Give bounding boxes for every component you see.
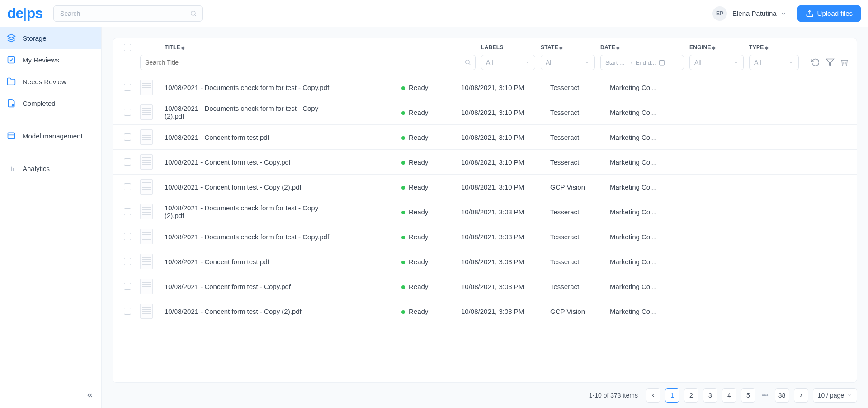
review-icon: [6, 55, 16, 65]
row-engine: Tesseract: [550, 233, 604, 241]
row-type: Marketing Co...: [610, 308, 660, 315]
page-3-button[interactable]: 3: [703, 388, 717, 403]
collapse-sidebar-button[interactable]: [86, 391, 94, 401]
sidebar-item-model-management[interactable]: Model management: [0, 125, 101, 147]
row-date: 10/08/2021, 3:03 PM: [461, 208, 545, 216]
row-engine: Tesseract: [550, 109, 604, 116]
table-row[interactable]: 10/08/2021 - Documents check form for te…: [113, 75, 857, 100]
delete-button[interactable]: [840, 57, 849, 67]
status-dot-icon: [401, 86, 405, 90]
row-checkbox[interactable]: [124, 308, 131, 315]
row-type: Marketing Co...: [610, 233, 660, 241]
table-row[interactable]: 10/08/2021 - Concent form test - Copy (2…: [113, 299, 857, 323]
column-header-state[interactable]: STATE◆: [541, 44, 595, 51]
document-thumbnail: [140, 104, 153, 120]
status-dot-icon: [401, 310, 405, 314]
row-title: 10/08/2021 - Documents check form for te…: [165, 233, 336, 241]
table-row[interactable]: 10/08/2021 - Concent form test - Copy (2…: [113, 174, 857, 199]
column-header-title[interactable]: TITLE◆: [165, 44, 476, 51]
reset-filters-button[interactable]: [811, 57, 821, 67]
filter-labels-select[interactable]: All: [481, 55, 535, 70]
page-next-button[interactable]: [794, 388, 808, 403]
column-header-date[interactable]: DATE◆: [600, 44, 684, 51]
row-date: 10/08/2021, 3:10 PM: [461, 158, 545, 166]
filter-state-select[interactable]: All: [541, 55, 595, 70]
status-dot-icon: [401, 285, 405, 289]
page-5-button[interactable]: 5: [741, 388, 755, 403]
row-title: 10/08/2021 - Documents check form for te…: [165, 204, 336, 219]
status-dot-icon: [401, 111, 405, 115]
column-header-labels[interactable]: LABELS: [481, 44, 535, 51]
avatar[interactable]: EP: [712, 6, 727, 21]
column-header-type[interactable]: TYPE◆: [749, 44, 799, 51]
logo[interactable]: de|ps: [7, 5, 42, 22]
table-row[interactable]: 10/08/2021 - Concent form test - Copy.pd…: [113, 274, 857, 299]
row-state: Ready: [401, 84, 456, 91]
sidebar-item-analytics[interactable]: Analytics: [0, 157, 101, 179]
status-dot-icon: [401, 236, 405, 239]
sidebar-item-storage[interactable]: Storage: [0, 27, 101, 49]
sidebar-item-needs-review[interactable]: Needs Review: [0, 71, 101, 92]
table-row[interactable]: 10/08/2021 - Documents check form for te…: [113, 224, 857, 249]
row-engine: Tesseract: [550, 283, 604, 290]
row-checkbox[interactable]: [124, 183, 131, 190]
status-dot-icon: [401, 186, 405, 190]
row-type: Marketing Co...: [610, 183, 660, 191]
filter-title-input[interactable]: [140, 55, 476, 70]
topbar: de|ps EP Elena Patutina Upload files: [0, 0, 868, 27]
page-2-button[interactable]: 2: [684, 388, 698, 403]
row-engine: GCP Vision: [550, 308, 604, 315]
row-title: 10/08/2021 - Concent form test.pdf: [165, 258, 336, 266]
row-checkbox[interactable]: [124, 283, 131, 290]
row-checkbox[interactable]: [124, 258, 131, 265]
table-row[interactable]: 10/08/2021 - Concent form test.pdf Ready…: [113, 249, 857, 274]
row-date: 10/08/2021, 3:03 PM: [461, 233, 545, 241]
sidebar-item-label: My Reviews: [23, 56, 59, 64]
row-title: 10/08/2021 - Concent form test - Copy.pd…: [165, 158, 336, 166]
row-checkbox[interactable]: [124, 158, 131, 166]
row-checkbox[interactable]: [124, 233, 131, 240]
page-prev-button[interactable]: [646, 388, 660, 403]
filter-type-select[interactable]: All: [749, 55, 799, 70]
row-type: Marketing Co...: [610, 283, 660, 290]
svg-line-1: [195, 15, 196, 16]
chevron-down-icon[interactable]: [780, 10, 787, 17]
page-size-select[interactable]: 10 / page: [813, 388, 857, 403]
row-date: 10/08/2021, 3:03 PM: [461, 258, 545, 266]
document-thumbnail: [140, 254, 153, 269]
row-engine: Tesseract: [550, 133, 604, 141]
filter-date-range[interactable]: Start ... → End d...: [600, 55, 684, 70]
sidebar-item-my-reviews[interactable]: My Reviews: [0, 49, 101, 71]
svg-point-4: [12, 104, 14, 107]
chevron-down-icon: [847, 393, 852, 398]
row-checkbox[interactable]: [124, 84, 131, 91]
status-dot-icon: [401, 161, 405, 165]
page-4-button[interactable]: 4: [722, 388, 736, 403]
page-last-button[interactable]: 38: [775, 388, 789, 403]
storage-icon: [6, 33, 16, 43]
sidebar-item-completed[interactable]: Completed: [0, 92, 101, 114]
row-engine: Tesseract: [550, 258, 604, 266]
table-row[interactable]: 10/08/2021 - Concent form test.pdf Ready…: [113, 124, 857, 149]
page-ellipsis[interactable]: •••: [760, 392, 770, 399]
page-1-button[interactable]: 1: [665, 388, 679, 403]
sidebar: Storage My Reviews Needs Review Complete…: [0, 27, 102, 408]
filter-engine-select[interactable]: All: [689, 55, 744, 70]
svg-rect-12: [659, 60, 664, 65]
row-checkbox[interactable]: [124, 133, 131, 141]
table-row[interactable]: 10/08/2021 - Concent form test - Copy.pd…: [113, 149, 857, 174]
row-checkbox[interactable]: [124, 208, 131, 215]
table-row[interactable]: 10/08/2021 - Documents check form for te…: [113, 199, 857, 224]
page-summary: 1-10 of 373 items: [589, 392, 638, 399]
search-input[interactable]: [53, 5, 203, 22]
upload-files-button[interactable]: Upload files: [797, 5, 861, 22]
table-row[interactable]: 10/08/2021 - Documents check form for te…: [113, 100, 857, 124]
filter-settings-button[interactable]: [825, 57, 835, 67]
row-type: Marketing Co...: [610, 109, 660, 116]
column-header-engine[interactable]: ENGINE◆: [689, 44, 744, 51]
document-thumbnail: [140, 304, 153, 319]
select-all-checkbox[interactable]: [124, 44, 131, 51]
user-name[interactable]: Elena Patutina: [732, 9, 777, 17]
sidebar-item-label: Storage: [23, 34, 47, 42]
row-checkbox[interactable]: [124, 109, 131, 116]
